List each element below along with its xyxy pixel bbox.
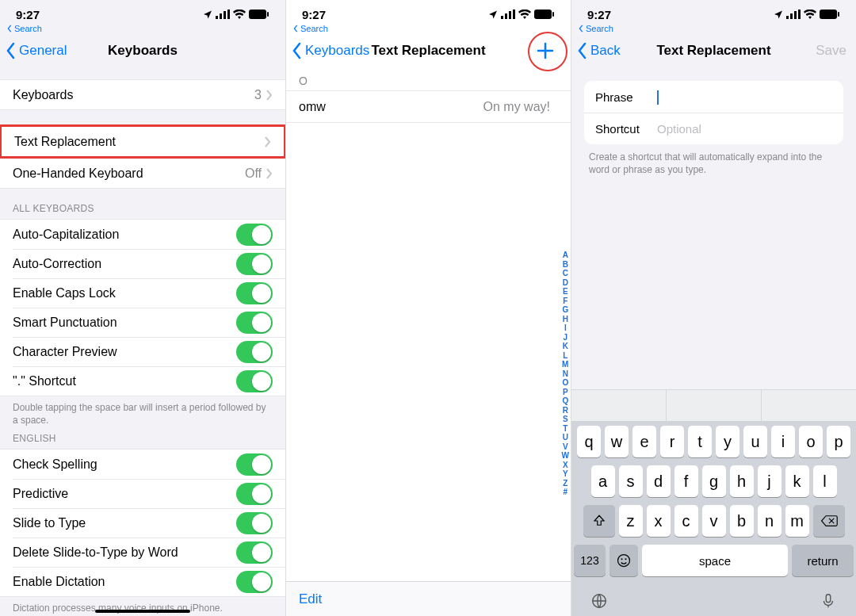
index-letter[interactable]: Y bbox=[563, 469, 568, 479]
index-letter[interactable]: I bbox=[564, 323, 567, 333]
index-letter[interactable]: U bbox=[563, 433, 568, 442]
shortcut-row[interactable]: Shortcut Optional bbox=[584, 113, 843, 144]
index-letter[interactable]: M bbox=[562, 360, 568, 369]
back-button[interactable]: Keyboards bbox=[286, 42, 369, 59]
index-letter[interactable]: H bbox=[563, 315, 568, 324]
index-letter[interactable]: N bbox=[563, 369, 568, 379]
key-i[interactable]: i bbox=[771, 426, 795, 457]
index-letter[interactable]: Z bbox=[563, 479, 567, 488]
replacement-row[interactable]: omw On my way! bbox=[286, 91, 571, 123]
search-breadcrumb[interactable]: Search bbox=[0, 22, 285, 33]
toggle-row[interactable]: Auto-Correction bbox=[0, 249, 285, 278]
search-breadcrumb[interactable]: Search bbox=[286, 22, 571, 33]
index-letter[interactable]: D bbox=[563, 278, 568, 288]
keyboard[interactable]: qwertyuiop asdfghjkl zxcvbnm 123 bbox=[571, 421, 856, 616]
key-k[interactable]: k bbox=[785, 465, 809, 497]
keyboard-suggestions[interactable] bbox=[571, 389, 856, 421]
index-letter[interactable]: B bbox=[563, 260, 568, 270]
key-d[interactable]: d bbox=[647, 465, 671, 497]
key-v[interactable]: v bbox=[702, 505, 726, 537]
toggle-switch[interactable] bbox=[236, 453, 273, 476]
toggle-row[interactable]: Predictive bbox=[0, 479, 285, 508]
key-z[interactable]: z bbox=[619, 505, 643, 537]
key-j[interactable]: j bbox=[758, 465, 781, 497]
home-indicator[interactable] bbox=[95, 610, 190, 613]
index-letter[interactable]: R bbox=[563, 406, 568, 415]
key-u[interactable]: u bbox=[743, 426, 767, 457]
toggle-switch[interactable] bbox=[236, 541, 273, 564]
index-letter[interactable]: # bbox=[563, 488, 567, 497]
cell-one-handed[interactable]: One-Handed Keyboard Off bbox=[0, 159, 285, 188]
key-t[interactable]: t bbox=[688, 426, 712, 457]
key-e[interactable]: e bbox=[632, 426, 656, 457]
back-button[interactable]: General bbox=[0, 42, 67, 59]
toggle-switch[interactable] bbox=[236, 253, 273, 275]
index-letter[interactable]: A bbox=[563, 251, 568, 260]
key-s[interactable]: s bbox=[619, 465, 643, 497]
index-letter[interactable]: S bbox=[563, 415, 568, 424]
key-a[interactable]: a bbox=[591, 465, 615, 497]
index-letter[interactable]: L bbox=[563, 351, 567, 361]
space-key[interactable]: space bbox=[642, 545, 788, 576]
return-key[interactable]: return bbox=[792, 545, 854, 576]
key-c[interactable]: c bbox=[674, 505, 698, 537]
index-letter[interactable]: J bbox=[563, 333, 567, 342]
toggle-switch[interactable] bbox=[236, 312, 273, 334]
index-letter[interactable]: V bbox=[563, 442, 568, 452]
index-letter[interactable]: Q bbox=[562, 396, 568, 406]
toggle-switch[interactable] bbox=[236, 224, 273, 246]
key-o[interactable]: o bbox=[799, 426, 823, 457]
save-button[interactable]: Save bbox=[816, 43, 846, 59]
phrase-input[interactable] bbox=[657, 89, 832, 104]
search-breadcrumb[interactable]: Search bbox=[571, 22, 856, 33]
toggle-switch[interactable] bbox=[236, 341, 273, 363]
toggle-row[interactable]: Character Preview bbox=[0, 337, 285, 366]
toggle-switch[interactable] bbox=[236, 483, 273, 505]
backspace-key[interactable] bbox=[813, 505, 845, 537]
toggle-row[interactable]: Enable Caps Lock bbox=[0, 278, 285, 308]
key-m[interactable]: m bbox=[785, 505, 809, 537]
index-letter[interactable]: O bbox=[562, 378, 568, 388]
toggle-switch[interactable] bbox=[236, 571, 273, 593]
key-r[interactable]: r bbox=[660, 426, 684, 457]
toggle-switch[interactable] bbox=[236, 370, 273, 392]
mic-icon[interactable] bbox=[820, 592, 837, 610]
index-letter[interactable]: G bbox=[562, 305, 568, 315]
alphabet-index[interactable]: ABCDEFGHIJKLMNOPQRSTUVWXYZ# bbox=[562, 251, 569, 497]
emoji-key[interactable] bbox=[610, 545, 638, 576]
toggle-row[interactable]: "." Shortcut bbox=[0, 366, 285, 396]
toggle-row[interactable]: Delete Slide-to-Type by Word bbox=[0, 538, 285, 567]
key-w[interactable]: w bbox=[605, 426, 629, 457]
index-letter[interactable]: X bbox=[563, 461, 568, 470]
cell-keyboards[interactable]: Keyboards 3 bbox=[0, 80, 285, 109]
index-letter[interactable]: E bbox=[563, 287, 568, 297]
cell-text-replacement[interactable]: Text Replacement bbox=[2, 127, 284, 156]
key-p[interactable]: p bbox=[827, 426, 850, 457]
index-letter[interactable]: W bbox=[562, 451, 569, 461]
toggle-switch[interactable] bbox=[236, 512, 273, 534]
index-letter[interactable]: P bbox=[563, 388, 568, 397]
key-n[interactable]: n bbox=[758, 505, 781, 537]
numbers-key[interactable]: 123 bbox=[574, 545, 606, 576]
toggle-row[interactable]: Check Spelling bbox=[0, 450, 285, 479]
toggle-row[interactable]: Smart Punctuation bbox=[0, 308, 285, 337]
index-letter[interactable]: C bbox=[563, 269, 568, 278]
toggle-row[interactable]: Enable Dictation bbox=[0, 567, 285, 596]
phrase-row[interactable]: Phrase bbox=[584, 81, 843, 113]
shortcut-input[interactable]: Optional bbox=[657, 122, 832, 136]
toggle-switch[interactable] bbox=[236, 282, 273, 304]
key-y[interactable]: y bbox=[716, 426, 739, 457]
shift-key[interactable] bbox=[583, 505, 615, 537]
key-g[interactable]: g bbox=[702, 465, 726, 497]
toggle-row[interactable]: Slide to Type bbox=[0, 508, 285, 538]
key-b[interactable]: b bbox=[730, 505, 754, 537]
edit-button[interactable]: Edit bbox=[299, 591, 322, 607]
index-letter[interactable]: T bbox=[563, 424, 567, 434]
key-x[interactable]: x bbox=[647, 505, 671, 537]
key-q[interactable]: q bbox=[577, 426, 601, 457]
index-letter[interactable]: K bbox=[563, 342, 568, 351]
globe-icon[interactable] bbox=[590, 592, 608, 610]
key-f[interactable]: f bbox=[674, 465, 698, 497]
toggle-row[interactable]: Auto-Capitalization bbox=[0, 220, 285, 249]
key-h[interactable]: h bbox=[730, 465, 754, 497]
